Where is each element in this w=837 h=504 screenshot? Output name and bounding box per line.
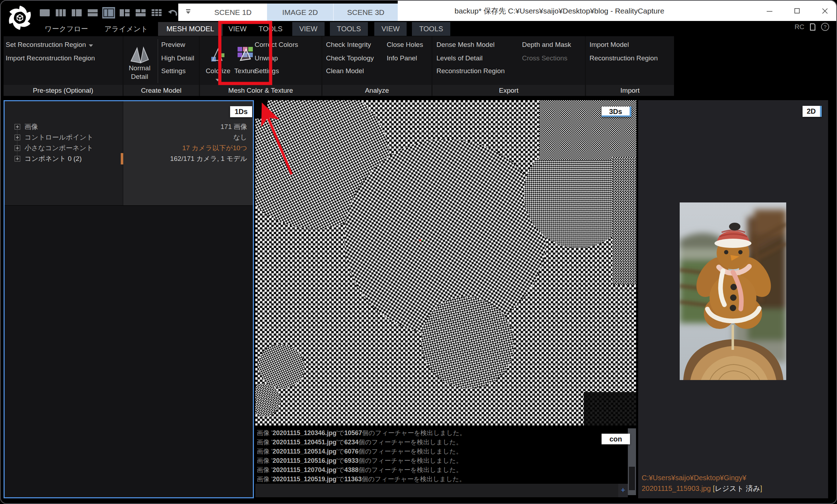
maximize-button[interactable] (794, 7, 801, 15)
texture-icon[interactable] (237, 46, 254, 63)
minimize-button[interactable] (766, 7, 773, 15)
undo-icon[interactable] (166, 7, 179, 18)
expand-plus-icon[interactable] (15, 124, 20, 130)
console-log[interactable]: 画像 '20201115_120346.jpg'で10567個のフィーチャーを検… (257, 428, 626, 487)
console-input[interactable] (255, 484, 618, 497)
tab-scene-3d-label: SCENE 3D (347, 8, 384, 17)
section-create-model: Normal Detail Preview High Detail Settin… (124, 36, 199, 96)
normal-detail-label-1[interactable]: Normal (128, 64, 151, 72)
tab-image-2d-label: IMAGE 2D (282, 8, 318, 17)
import-model-button[interactable]: Import Model (589, 40, 629, 49)
console-add-button[interactable]: + (618, 484, 628, 497)
section-label-mesh-color-texture: Mesh Color & Texture (200, 85, 321, 96)
check-integrity-button[interactable]: Check Integrity (326, 40, 371, 49)
tree-row-component-label: コンポネント 0 (2) (25, 153, 82, 164)
console-scrollbar-thumb[interactable] (629, 467, 635, 490)
tab-scene-3d[interactable]: SCENE 3D (333, 4, 398, 21)
status-bracket: ] (760, 484, 762, 492)
close-button[interactable] (821, 7, 828, 15)
unwrap-button[interactable]: Unwrap (255, 54, 278, 63)
tree-row-control-points[interactable]: コントロールポイント なし (5, 132, 253, 143)
layout-grid-icon[interactable] (150, 7, 163, 18)
tree-row-images[interactable]: 画像 171 画像 (5, 121, 253, 132)
tab-image-2d[interactable]: IMAGE 2D (266, 4, 333, 21)
window-title: backup* 保存先 C:¥Users¥saijo¥Desktop¥blog … (455, 6, 664, 16)
high-detail-button[interactable]: High Detail (161, 54, 194, 63)
section-label-analyze: Analyze (322, 85, 431, 96)
texture-settings-button[interactable]: Settings (255, 67, 279, 75)
panel-1ds[interactable]: 画像 171 画像 コントロールポイント なし 小さなコンポーネント 17 カメ… (4, 100, 254, 498)
clean-model-button[interactable]: Clean Model (326, 67, 364, 75)
menu-view-2[interactable]: VIEW (292, 22, 325, 36)
colorize-chevron-down-icon[interactable] (216, 79, 220, 81)
view-label-2d[interactable]: 2D (803, 106, 822, 117)
console-panel[interactable]: 画像 '20201115_120346.jpg'で10567個のフィーチャーを検… (255, 426, 636, 497)
console-line: 画像 '20201115_120451.jpg'で6234個のフィーチャーを検出… (257, 438, 626, 447)
import-recon-region-button[interactable]: Reconstruction Region (589, 54, 658, 63)
export-recon-region-button[interactable]: Reconstruction Region (436, 67, 505, 75)
check-topology-button[interactable]: Check Topology (326, 54, 374, 63)
colorize-button[interactable]: Colorize (202, 67, 234, 75)
menu-view-3[interactable]: VIEW (374, 22, 407, 36)
menu-tools-2[interactable]: TOOLS (330, 22, 368, 36)
section-label-export: Export (433, 85, 585, 96)
layout-three-columns-icon[interactable] (54, 7, 67, 18)
expand-plus-icon[interactable] (15, 135, 20, 140)
photo-gingerbread-snowman[interactable] (680, 202, 786, 380)
expand-plus-icon[interactable] (15, 156, 20, 162)
menu-tools-1[interactable]: TOOLS (254, 22, 287, 36)
layout-single-icon[interactable] (38, 7, 51, 18)
layout-left-plus-grid-icon[interactable] (118, 7, 131, 18)
view-label-3ds[interactable]: 3Ds (602, 107, 631, 117)
export-dense-mesh-button[interactable]: Dense Mesh Model (436, 40, 495, 49)
section-mesh-color-texture: Colorize Texture Correct Colors Unwrap S… (200, 36, 321, 96)
menu-tools-3[interactable]: TOOLS (412, 22, 450, 36)
expand-plus-icon[interactable] (15, 145, 20, 151)
layout-one-plus-one-icon-selected[interactable] (102, 7, 115, 18)
ribbon: Set Reconstruction Region Import Reconst… (4, 36, 674, 96)
tree-row-images-value: 171 画像 (119, 121, 247, 132)
view-label-1ds[interactable]: 1Ds (230, 106, 252, 117)
preview-button[interactable]: Preview (161, 40, 185, 49)
tree-row-small-components[interactable]: 小さなコンポーネント 17 カメラ以下が10つ (5, 143, 253, 153)
import-reconstruction-region-button[interactable]: Import Reconstruction Region (6, 54, 95, 63)
correct-colors-button[interactable]: Correct Colors (255, 40, 298, 49)
normal-detail-label-2[interactable]: Detail (128, 72, 151, 81)
set-reconstruction-region-button[interactable]: Set Reconstruction Region (6, 40, 93, 49)
menu-mesh-model-active[interactable]: MESH MODEL (158, 22, 223, 36)
menu-alignment[interactable]: アライメント (100, 22, 152, 36)
export-lod-button[interactable]: Levels of Detail (436, 54, 483, 63)
panel-2d-image[interactable]: 2D (638, 100, 828, 498)
tree-row-small-components-value: 17 カメラ以下が10つ (119, 143, 247, 153)
layout-top-plus-bottom-icon[interactable] (134, 7, 147, 18)
menu-workflow[interactable]: ワークフロー (40, 22, 92, 36)
view-label-console[interactable]: con (602, 434, 630, 444)
close-holes-button[interactable]: Close Holes (387, 40, 423, 49)
create-settings-button[interactable]: Settings (161, 67, 186, 75)
section-analyze: Check Integrity Check Topology Clean Mod… (322, 36, 431, 96)
section-label-import: Import (586, 85, 674, 96)
section-presteps: Set Reconstruction Region Import Reconst… (4, 36, 123, 96)
mesh-checker-view[interactable]: 3Ds (255, 100, 636, 426)
image-folder-path: C:¥Users¥saijo¥Desktop¥Gingy¥ (642, 472, 762, 483)
component-selection-marker (121, 153, 123, 164)
app-window: SCENE 1D IMAGE 2D SCENE 3D backup* 保存先 C… (0, 0, 837, 504)
panel-3d-viewport[interactable]: 3Ds 画像 '20201115_120346.jpg'で10567個のフィーチ… (255, 100, 636, 497)
tree-row-component[interactable]: コンポネント 0 (2) 162/171 カメラ, 1 モデル (5, 153, 253, 164)
tree-row-control-points-label: コントロールポイント (25, 132, 93, 143)
origin-axis-marker (419, 239, 421, 241)
collapse-ribbon-icon[interactable] (185, 9, 191, 14)
layout-two-rows-icon[interactable] (86, 7, 99, 18)
export-cross-sections-button-disabled: Cross Sections (522, 54, 567, 63)
console-line: 画像 '20201115_120516.jpg'で6933個のフィーチャーを検出… (257, 456, 626, 465)
colorize-icon[interactable] (210, 47, 226, 63)
menu-view-1[interactable]: VIEW (224, 22, 251, 36)
tree-row-control-points-value: なし (119, 132, 247, 143)
info-panel-button[interactable]: Info Panel (387, 54, 417, 63)
normal-detail-icon[interactable] (129, 46, 150, 65)
export-depth-mask-button[interactable]: Depth and Mask (522, 40, 571, 49)
registered-image-info[interactable]: C:¥Users¥saijo¥Desktop¥Gingy¥ 20201115_1… (642, 472, 762, 494)
image-file-name: 20201115_115903.jpg (642, 484, 711, 492)
tab-scene-1d[interactable]: SCENE 1D (178, 4, 266, 21)
layout-two-columns-icon[interactable] (70, 7, 83, 18)
